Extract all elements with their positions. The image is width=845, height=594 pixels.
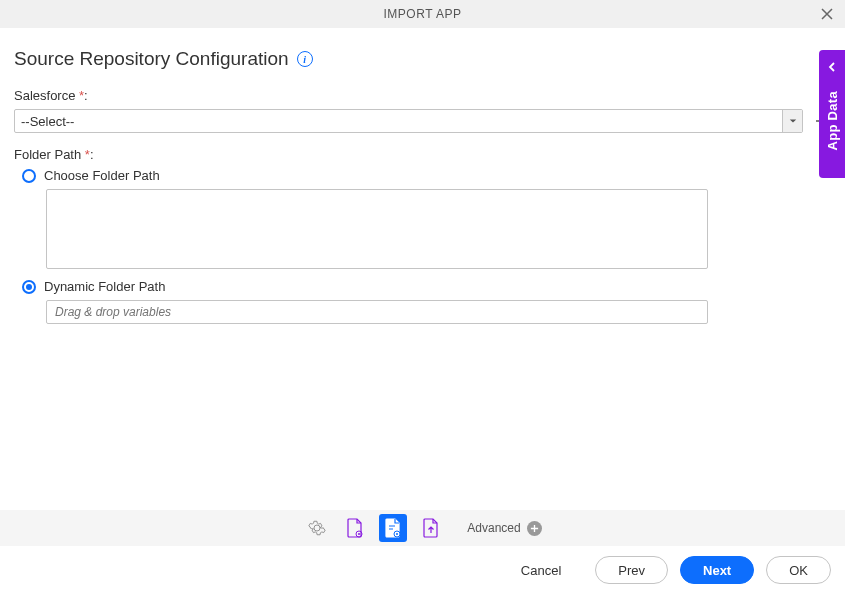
info-icon[interactable]: i xyxy=(297,51,313,67)
dynamic-folder-radio[interactable] xyxy=(22,280,36,294)
prev-button[interactable]: Prev xyxy=(595,556,668,584)
salesforce-label: Salesforce *: xyxy=(14,88,831,103)
section-title: Source Repository Configuration xyxy=(14,48,289,70)
svg-point-3 xyxy=(396,533,398,535)
dynamic-folder-radio-label[interactable]: Dynamic Folder Path xyxy=(44,279,165,294)
section-title-row: Source Repository Configuration i xyxy=(14,48,831,70)
dialog-footer: Cancel Prev Next OK xyxy=(0,546,845,594)
salesforce-select[interactable]: --Select-- xyxy=(14,109,803,133)
salesforce-select-container: --Select-- xyxy=(14,109,803,133)
cancel-button[interactable]: Cancel xyxy=(499,556,583,584)
side-tab-label: App Data xyxy=(825,91,840,150)
advanced-section: Advanced xyxy=(467,521,541,536)
dynamic-folder-input[interactable] xyxy=(46,300,708,324)
choose-folder-radio[interactable] xyxy=(22,169,36,183)
folder-path-field-group: Folder Path *: Choose Folder Path Dynami… xyxy=(14,147,831,324)
next-button[interactable]: Next xyxy=(680,556,754,584)
folder-path-radio-group: Choose Folder Path Dynamic Folder Path xyxy=(22,168,831,324)
salesforce-select-row: --Select-- xyxy=(14,109,831,133)
chevron-left-icon xyxy=(827,58,837,76)
dialog-content: Source Repository Configuration i Salesf… xyxy=(0,28,845,324)
file-upload-icon[interactable] xyxy=(417,514,445,542)
file-settings-active-icon[interactable] xyxy=(379,514,407,542)
app-data-side-tab[interactable]: App Data xyxy=(819,50,845,178)
salesforce-field-group: Salesforce *: --Select-- xyxy=(14,88,831,133)
advanced-label: Advanced xyxy=(467,521,520,535)
bottom-toolbar: Advanced xyxy=(0,510,845,546)
svg-point-1 xyxy=(358,533,360,535)
folder-path-label: Folder Path *: xyxy=(14,147,831,162)
dialog-header: IMPORT APP xyxy=(0,0,845,28)
ok-button[interactable]: OK xyxy=(766,556,831,584)
close-icon[interactable] xyxy=(817,4,837,24)
choose-folder-box[interactable] xyxy=(46,189,708,269)
choose-folder-radio-row: Choose Folder Path xyxy=(22,168,831,183)
file-config-icon[interactable] xyxy=(341,514,369,542)
choose-folder-radio-label[interactable]: Choose Folder Path xyxy=(44,168,160,183)
gear-icon[interactable] xyxy=(303,514,331,542)
dynamic-folder-radio-row: Dynamic Folder Path xyxy=(22,279,831,294)
dialog-title: IMPORT APP xyxy=(384,7,462,21)
advanced-add-icon[interactable] xyxy=(527,521,542,536)
